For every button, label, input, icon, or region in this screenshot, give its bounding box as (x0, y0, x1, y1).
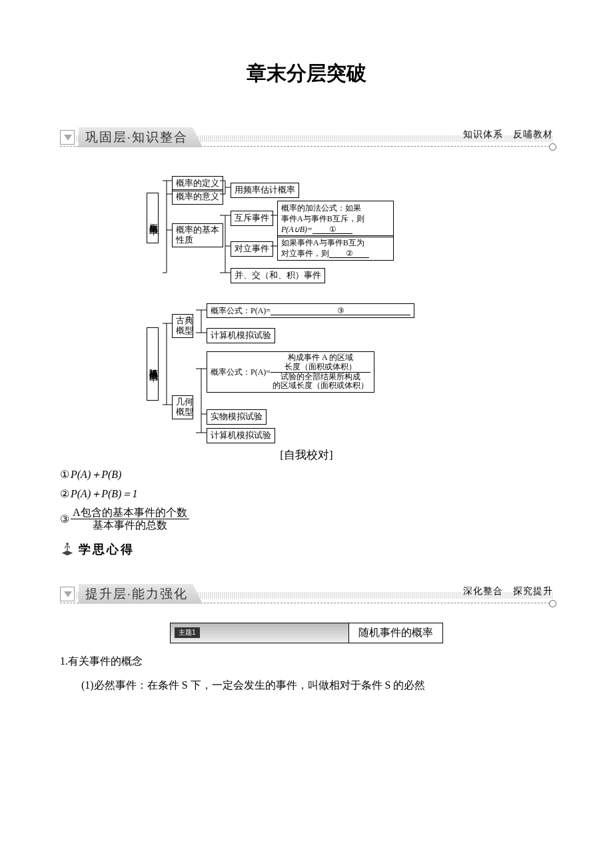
topic-box: 主题1 随机事件的概率 (170, 623, 443, 643)
topic-left: 主题1 (171, 623, 348, 643)
diagram-prob-freq: 概率与频率 概率的定义 概率的意义 概率的基本 性质 用频率估计概率 互斥事件 … (147, 173, 466, 286)
heading-concepts: 1.有关事件的概念 (60, 651, 553, 671)
answers: ①P(A)＋P(B) ②P(A)＋P(B)＝1 ③ A包含的基本事件的个数 基本… (60, 468, 553, 532)
study-reflection: 学思心得 (60, 541, 553, 557)
section-right-label: 知识体系 反哺教材 (463, 129, 553, 141)
box-mutex: 互斥事件 (231, 211, 273, 226)
box-prob-basic: 概率的基本 性质 (172, 223, 223, 247)
box-classical: 古典概型 (172, 314, 193, 338)
section-tab: 提升层·能力强化 (60, 584, 203, 604)
box-geo-sim-computer: 计算机模拟试验 (207, 428, 275, 443)
svg-point-16 (66, 543, 69, 545)
diagram-random-prob: 随机事件的概率 古典概型 概率公式：P(A)=③ 计算机模拟试验 几何概型 概率… (147, 299, 466, 439)
box-freq-est: 用频率估计概率 (231, 183, 299, 198)
box-opposite-detail: 如果事件A与事件B互为 对立事件，则② (277, 235, 394, 261)
box-geometric: 几何概型 (172, 395, 193, 419)
section-tab-label: 巩固层·知识整合 (79, 127, 203, 147)
book-icon (60, 542, 75, 557)
down-arrow-icon (60, 130, 75, 145)
section-consolidate: 巩固层·知识整合 知识体系 反哺教材 (60, 127, 553, 153)
box-classical-formula: 概率公式：P(A)=③ (207, 303, 414, 318)
answer-3: A包含的基本事件的个数 基本事件的总数 (71, 507, 189, 532)
box-opposite: 对立事件 (231, 241, 273, 257)
topic-title: 随机事件的概率 (348, 623, 442, 643)
down-arrow-icon (60, 587, 75, 601)
vlabel-random: 随机事件的概率 (147, 327, 159, 401)
vlabel-prob-freq: 概率与频率 (147, 193, 159, 243)
self-check-label: [自我校对] (60, 447, 553, 463)
box-mutex-detail: 概率的加法公式：如果 事件A与事件B互斥，则 P(A∪B)=① (277, 201, 394, 237)
section-tab: 巩固层·知识整合 (60, 127, 203, 147)
topic-badge: 主题1 (175, 627, 200, 638)
box-geo-sim-physical: 实物模拟试验 (207, 409, 267, 425)
answer-1: P(A)＋P(B) (71, 469, 121, 480)
study-reflection-label: 学思心得 (79, 541, 135, 557)
section-tab-label: 提升层·能力强化 (79, 584, 203, 604)
blank-2: ② (329, 248, 369, 258)
page-title: 章末分层突破 (60, 60, 553, 87)
section-enhance: 提升层·能力强化 深化整合 探究提升 (60, 584, 553, 609)
box-classical-sim: 计算机模拟试验 (207, 328, 275, 343)
paragraph-necessary-event: (1)必然事件：在条件 S 下，一定会发生的事件，叫做相对于条件 S 的必然 (60, 675, 553, 695)
blank-3: ③ (271, 305, 410, 315)
section-right-label: 深化整合 探究提升 (463, 585, 553, 597)
blank-1: ① (312, 224, 352, 234)
box-prob-meaning: 概率的意义 (172, 189, 223, 205)
box-geometric-formula: 概率公式：P(A)= 构成事件 A 的区域长度（面积或体积） 试验的全部结果所构… (207, 351, 374, 393)
box-union-inter: 并、交（和、积）事件 (231, 268, 325, 283)
answer-2: P(A)＋P(B)＝1 (71, 488, 137, 499)
